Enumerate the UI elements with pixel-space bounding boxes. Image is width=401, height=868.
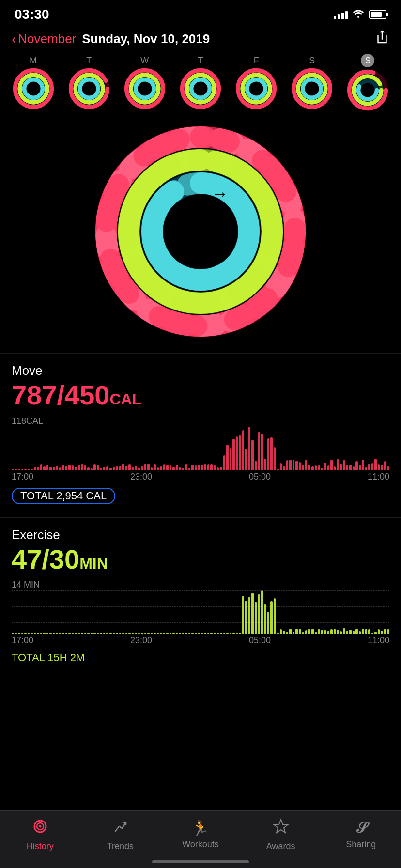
mini-ring-thu	[180, 68, 221, 109]
awards-icon	[272, 818, 290, 838]
status-time: 03:30	[15, 7, 49, 22]
exercise-chart-bars	[12, 590, 389, 634]
exercise-value: 47/30MIN	[12, 544, 389, 574]
battery-icon	[369, 10, 386, 19]
move-section: Move 787/450CAL 118CAL 17:00 23:00 05:00…	[0, 353, 401, 509]
stand-arrow-icon: ↑	[199, 230, 207, 250]
back-chevron-icon: ‹	[12, 32, 16, 46]
exercise-unit: MIN	[79, 555, 108, 572]
week-day-tue[interactable]: T	[62, 56, 115, 109]
back-button[interactable]: ‹ November	[12, 31, 76, 46]
back-label: November	[18, 31, 76, 46]
bottom-nav: History Trends 🏃 Workouts Awards 𝒮 Shari…	[0, 810, 401, 868]
svg-point-36	[303, 79, 321, 98]
move-chart-bars	[12, 427, 389, 470]
svg-point-55	[39, 825, 41, 828]
svg-point-18	[136, 79, 154, 98]
exercise-chart: 14 MIN 17:00 23:00 05:00 11:00	[12, 580, 389, 648]
move-goal: 450	[64, 380, 109, 410]
workouts-icon: 🏃	[191, 820, 209, 837]
nav-workouts[interactable]: 🏃 Workouts	[160, 820, 241, 850]
week-day-sat[interactable]: S	[286, 56, 339, 109]
mini-ring-tue	[68, 68, 110, 109]
nav-trends[interactable]: Trends	[80, 818, 161, 852]
svg-point-6	[24, 79, 43, 98]
exercise-total: TOTAL 15H 2M	[12, 651, 389, 664]
status-icons	[334, 9, 386, 20]
exercise-chart-times: 17:00 23:00 05:00 11:00	[12, 636, 389, 646]
nav-workouts-label: Workouts	[182, 839, 219, 850]
move-chart: 118CAL 17:00 23:00 05:00 11:00	[12, 416, 389, 484]
week-day-mon[interactable]: M	[7, 56, 60, 109]
mini-ring-fri	[235, 68, 277, 109]
move-arrow-icon: →	[211, 184, 229, 204]
move-label: Move	[12, 363, 389, 378]
svg-point-24	[191, 79, 210, 98]
week-day-thu[interactable]: T	[174, 56, 227, 109]
nav-history[interactable]: History	[0, 818, 80, 852]
trends-icon	[111, 818, 129, 838]
header-date: Sunday, Nov 10, 2019	[82, 31, 369, 46]
mini-ring-sun	[347, 69, 388, 111]
big-ring: → » ↑	[94, 125, 307, 338]
week-day-fri[interactable]: F	[230, 56, 283, 109]
exercise-goal: 30	[49, 544, 79, 574]
mini-ring-mon	[13, 68, 54, 109]
svg-point-30	[247, 79, 265, 98]
nav-awards-label: Awards	[266, 841, 295, 852]
nav-history-label: History	[27, 841, 54, 852]
week-day-wed[interactable]: W	[118, 56, 171, 109]
sharing-icon: 𝒮	[356, 820, 366, 837]
exercise-section: Exercise 47/30MIN 14 MIN 17:00 23:00 05:…	[0, 517, 401, 669]
exercise-current: 47	[12, 544, 42, 574]
big-ring-section: → » ↑	[0, 115, 401, 353]
move-chart-times: 17:00 23:00 05:00 11:00	[12, 472, 389, 482]
week-day-sun[interactable]: S	[341, 54, 394, 111]
exercise-label: Exercise	[12, 527, 389, 542]
move-max-label: 118CAL	[12, 416, 43, 426]
share-button[interactable]	[375, 29, 389, 49]
svg-point-0	[357, 16, 359, 18]
signal-icon	[334, 10, 348, 19]
week-strip: M T W	[0, 54, 401, 111]
move-value: 787/450CAL	[12, 380, 389, 410]
nav-sharing-label: Sharing	[346, 839, 376, 850]
mini-ring-sat	[291, 68, 333, 109]
nav-sharing[interactable]: 𝒮 Sharing	[321, 820, 401, 850]
svg-point-12	[80, 79, 98, 98]
move-total: TOTAL 2,954 CAL	[12, 488, 389, 504]
wifi-icon	[353, 9, 364, 20]
mini-ring-wed	[124, 68, 166, 109]
exercise-max-label: 14 MIN	[12, 580, 40, 590]
exercise-arrow-icon: »	[200, 207, 210, 227]
exercise-total-value: TOTAL 15H 2M	[12, 651, 85, 664]
move-total-value: TOTAL 2,954 CAL	[12, 488, 115, 504]
nav-trends-label: Trends	[107, 841, 134, 852]
nav-awards[interactable]: Awards	[241, 818, 321, 852]
move-unit: CAL	[109, 390, 141, 408]
svg-marker-56	[274, 820, 288, 833]
history-icon	[31, 818, 49, 838]
header: ‹ November Sunday, Nov 10, 2019	[0, 26, 401, 54]
status-bar: 03:30	[0, 0, 401, 26]
home-indicator	[152, 860, 249, 863]
move-current: 787	[12, 380, 57, 410]
